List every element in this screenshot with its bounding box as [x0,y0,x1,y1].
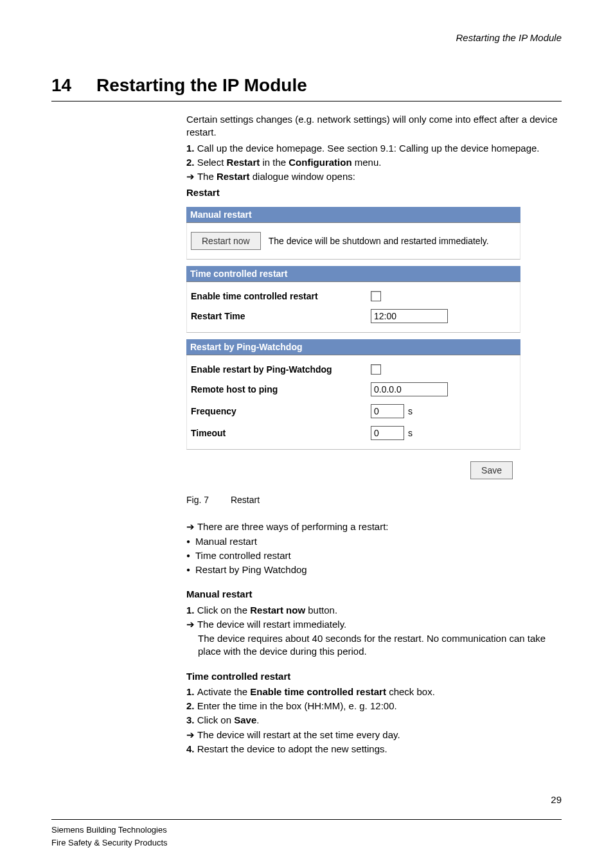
frequency-unit: s [408,406,413,416]
manual-result: The device will restart immediately. [186,618,562,631]
step-text: Click on [197,714,235,725]
restart-time-label: Restart Time [191,311,371,321]
time-step-4: 4. Restart the device to adopt the new s… [186,743,562,756]
step-text: Select [197,157,227,168]
step-text: Enter the time in the box (HH:MM), e. g.… [197,700,397,711]
intro-paragraph: Certain settings changes (e.g. network s… [186,113,562,139]
enable-ping-restart-label: Enable restart by Ping-Watchdog [191,364,371,375]
restart-dialog-figure: Restart Manual restart Restart now The d… [186,187,562,479]
step-number: 1. [186,143,197,154]
result-text-bold: Restart [217,171,250,182]
time-controlled-header: Time controlled restart [186,266,520,282]
time-step-1: 1. Activate the Enable time controlled r… [186,686,562,698]
step-text-bold: Restart [227,157,260,168]
step-number: 1. [186,605,197,616]
manual-sub: The device requires about 40 seconds for… [198,632,562,659]
timeout-input[interactable] [371,426,404,440]
figure-caption: Fig. 7 Restart [186,495,562,505]
step-text: Restart the device to adopt the new sett… [197,743,387,754]
chapter-heading: 14 Restarting the IP Module [51,75,562,102]
step-text: Call up the device homepage. See section… [197,143,540,154]
step-text-bold: Save [234,714,256,725]
enable-time-restart-checkbox[interactable] [371,291,381,301]
chapter-title: Restarting the IP Module [96,75,307,96]
manual-restart-heading: Manual restart [186,588,562,601]
intro-step-1: 1. Call up the device homepage. See sect… [186,142,562,155]
step-text-bold: Configuration [289,157,351,168]
time-result: The device will restart at the set time … [186,729,562,741]
frequency-label: Frequency [191,406,371,416]
figure-title: Restart [231,495,260,505]
time-restart-heading: Time controlled restart [186,670,562,683]
page-number: 29 [51,794,562,805]
three-ways-text: There are three ways of performing a res… [197,521,389,532]
dialog-title: Restart [186,187,562,198]
result-text: dialogue window opens: [250,171,355,182]
running-header: Restarting the IP Module [51,32,562,43]
step-text-bold: Restart now [250,605,305,616]
step-text: check box. [386,686,435,697]
figure-number: Fig. 7 [186,495,209,505]
step-text: button. [305,605,337,616]
enable-time-restart-label: Enable time controlled restart [191,291,371,301]
frequency-input[interactable] [371,404,404,418]
result-text: The [197,171,217,182]
manual-restart-header: Manual restart [186,207,520,223]
enable-ping-restart-checkbox[interactable] [371,364,381,375]
timeout-label: Timeout [191,428,371,438]
ping-watchdog-header: Restart by Ping-Watchdog [186,339,520,355]
step-number: 2. [186,157,197,168]
step-number: 2. [186,700,197,711]
step-text: menu. [352,157,382,168]
time-step-3: 3. Click on Save. [186,714,562,727]
step-text: . [256,714,259,725]
restart-now-description: The device will be shutdown and restarte… [269,236,489,246]
restart-time-input[interactable] [371,309,448,323]
bullet-ping: Restart by Ping Watchdog [186,563,562,576]
bullet-manual: Manual restart [186,535,562,548]
footer-line-2: Fire Safety & Security Products [51,837,168,849]
page-footer: 29 Siemens Building Technologies Fire Sa… [51,808,562,849]
step-number: 3. [186,714,197,725]
step-text: in the [260,157,289,168]
step-number: 1. [186,686,197,697]
result-text: The device will restart immediately. [197,619,346,630]
manual-step-1: 1. Click on the Restart now button. [186,604,562,617]
result-text: The device will restart at the set time … [197,729,400,740]
step-text: Activate the [197,686,251,697]
intro-result: The Restart dialogue window opens: [186,170,562,183]
intro-step-2: 2. Select Restart in the Configuration m… [186,156,562,169]
time-step-2: 2. Enter the time in the box (HH:MM), e.… [186,700,562,713]
restart-now-button[interactable]: Restart now [191,232,261,250]
save-button[interactable]: Save [470,461,513,479]
footer-line-1: Siemens Building Technologies [51,824,168,837]
step-text-bold: Enable time controlled restart [250,686,386,697]
bullet-time: Time controlled restart [186,549,562,562]
chapter-number: 14 [51,75,96,96]
remote-host-input[interactable] [371,382,448,396]
timeout-unit: s [408,428,413,438]
step-number: 4. [186,743,197,754]
step-text: Click on the [197,605,251,616]
three-ways-line: There are three ways of performing a res… [186,520,562,533]
remote-host-label: Remote host to ping [191,384,371,394]
